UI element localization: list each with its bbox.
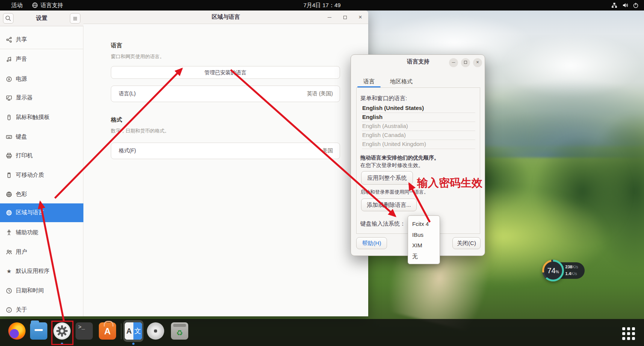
password-note-annotation: 输入密码生效 bbox=[417, 176, 492, 191]
sidebar-item-users[interactable]: 用户 bbox=[0, 244, 83, 260]
sidebar-item-keyboard[interactable]: 键盘 bbox=[0, 129, 83, 145]
color-icon bbox=[6, 191, 12, 198]
top-bar: 活动 语言支持 7月4日 17：49 bbox=[0, 0, 644, 11]
users-icon bbox=[6, 249, 12, 256]
sidebar-item-sharing[interactable]: 共享 bbox=[0, 32, 83, 48]
sidebar-item-about[interactable]: 关于 bbox=[0, 302, 83, 318]
minimize-button[interactable]: ─ bbox=[325, 14, 334, 22]
language-desc: 窗口和网页使用的语言。 bbox=[111, 53, 165, 60]
menus-windows-label: 菜单和窗口的语言: bbox=[360, 95, 407, 102]
language-selector-icon[interactable]: A文 bbox=[125, 322, 142, 340]
close-button[interactable]: 关闭(C) bbox=[452, 237, 481, 249]
recycle-glyph: ♻ bbox=[171, 328, 188, 337]
add-remove-languages-button[interactable]: 添加或删除语言... bbox=[361, 199, 417, 211]
sidebar-separator bbox=[0, 49, 83, 49]
network-icon[interactable] bbox=[611, 2, 618, 9]
minimize-button[interactable]: ─ bbox=[449, 58, 458, 67]
sidebar-item-accessibility[interactable]: 辅助功能 bbox=[0, 224, 83, 241]
terminal-icon[interactable]: >_ bbox=[76, 322, 93, 340]
removable-media-icon bbox=[6, 172, 12, 179]
sidebar-item-default-apps[interactable]: ★ 默认应用程序 bbox=[0, 263, 83, 280]
sidebar-item-color[interactable]: 色彩 bbox=[0, 186, 83, 203]
clock[interactable]: 7月4日 17：49 bbox=[0, 2, 644, 9]
sidebar-item-sound[interactable]: 声音 bbox=[0, 51, 83, 68]
list-separator bbox=[362, 122, 475, 122]
cd-player-icon[interactable] bbox=[147, 322, 164, 340]
format-desc: 数字，日期和货币的格式。 bbox=[111, 128, 169, 134]
sidebar-item-region-language[interactable]: 区域与语言 bbox=[0, 203, 83, 222]
running-indicator-language bbox=[132, 343, 135, 345]
clock-icon bbox=[6, 287, 12, 294]
printer-icon bbox=[6, 152, 12, 159]
tab-regional-formats[interactable]: 地区格式 bbox=[381, 75, 422, 87]
tab-language[interactable]: 语言 bbox=[357, 75, 381, 87]
info-icon bbox=[6, 307, 12, 313]
format-row-value: 美国 bbox=[322, 147, 333, 154]
language-heading: 语言 bbox=[111, 42, 122, 49]
sidebar-item-printers[interactable]: 打印机 bbox=[0, 147, 83, 164]
ime-dropdown-menu: Fcitx 4 IBus XIM 无 bbox=[408, 215, 440, 264]
files-icon[interactable] bbox=[30, 322, 47, 340]
format-row[interactable]: 格式(F) 美国 bbox=[111, 143, 340, 159]
list-separator bbox=[362, 113, 475, 113]
apply-system-wide-button[interactable]: 应用到整个系统 bbox=[361, 171, 413, 185]
letter-wen: 文 bbox=[133, 322, 142, 340]
language-row-label: 语言(L) bbox=[119, 90, 136, 97]
firefox-icon[interactable] bbox=[8, 322, 26, 340]
ime-system-label: 键盘输入法系统： bbox=[360, 220, 405, 227]
sidebar-header: 设置 bbox=[0, 11, 83, 26]
language-option[interactable]: English (United States) bbox=[362, 105, 475, 111]
sidebar-item-displays[interactable]: 显示器 bbox=[0, 90, 83, 106]
language-row[interactable]: 语言(L) 英语 (美国) bbox=[111, 86, 340, 102]
settings-sidebar: 设置 共享 声音 电源 显示器 鼠标和触摸板 bbox=[0, 11, 83, 316]
ime-option-ibus[interactable]: IBus bbox=[412, 232, 438, 238]
list-separator bbox=[362, 131, 475, 131]
pane-header: 区域与语言 ─ × bbox=[83, 11, 368, 24]
globe-icon bbox=[6, 209, 12, 216]
gear-icon bbox=[53, 322, 71, 340]
manage-installed-languages-button[interactable]: 管理已安装的语言 bbox=[111, 66, 340, 79]
ime-option-xim[interactable]: XIM bbox=[412, 242, 438, 248]
menu-button[interactable] bbox=[70, 13, 80, 24]
ime-option-none[interactable]: 无 bbox=[412, 253, 438, 260]
sound-icon bbox=[6, 56, 12, 63]
dock-separator bbox=[121, 323, 121, 339]
dock: >_ A A文 ♻ bbox=[0, 319, 644, 346]
list-separator bbox=[362, 140, 475, 140]
close-button[interactable]: × bbox=[356, 14, 364, 22]
power-icon[interactable] bbox=[632, 2, 639, 9]
trash-icon[interactable]: ♻ bbox=[171, 322, 188, 340]
format-heading: 格式 bbox=[111, 116, 122, 123]
running-indicator-settings bbox=[61, 343, 63, 345]
format-row-label: 格式(F) bbox=[119, 147, 136, 154]
sidebar-item-date-time[interactable]: 日期和时间 bbox=[0, 283, 83, 299]
sidebar-item-mouse-touchpad[interactable]: 鼠标和触摸板 bbox=[0, 109, 83, 126]
language-option[interactable]: English (Canada) bbox=[362, 132, 475, 138]
region-language-pane: 区域与语言 ─ × 语言 窗口和网页使用的语言。 管理已安装的语言 语言(L) … bbox=[83, 11, 368, 316]
settings-window: 设置 共享 声音 电源 显示器 鼠标和触摸板 bbox=[0, 11, 368, 316]
close-icon[interactable]: × bbox=[473, 58, 482, 67]
accessibility-icon bbox=[6, 229, 12, 236]
cpu-gauge-widget: 74% bbox=[542, 260, 564, 281]
ubuntu-software-icon[interactable]: A bbox=[99, 322, 116, 340]
keyboard-icon bbox=[6, 134, 12, 140]
maximize-button[interactable] bbox=[461, 58, 470, 67]
help-button[interactable]: 帮助(H) bbox=[356, 237, 387, 249]
show-applications-button[interactable] bbox=[622, 327, 635, 340]
settings-gear-icon[interactable] bbox=[53, 322, 71, 340]
download-speed: 1.4 bbox=[565, 271, 571, 276]
ime-option-fcitx4[interactable]: Fcitx 4 bbox=[412, 221, 438, 227]
sidebar-item-removable-media[interactable]: 可移动介质 bbox=[0, 167, 83, 184]
power-icon bbox=[6, 76, 12, 83]
share-icon bbox=[6, 36, 12, 43]
display-icon bbox=[6, 95, 12, 101]
sidebar-item-power[interactable]: 电源 bbox=[0, 71, 83, 87]
volume-icon[interactable] bbox=[622, 2, 629, 9]
language-option[interactable]: English (United Kingdom) bbox=[362, 141, 475, 147]
language-option[interactable]: English (Australia) bbox=[362, 123, 475, 129]
upload-speed: 238 bbox=[565, 265, 572, 269]
cpu-percent: 74 bbox=[547, 266, 555, 275]
maximize-button[interactable] bbox=[341, 14, 349, 22]
language-row-value: 英语 (美国) bbox=[307, 90, 333, 97]
language-option[interactable]: English bbox=[362, 114, 475, 120]
